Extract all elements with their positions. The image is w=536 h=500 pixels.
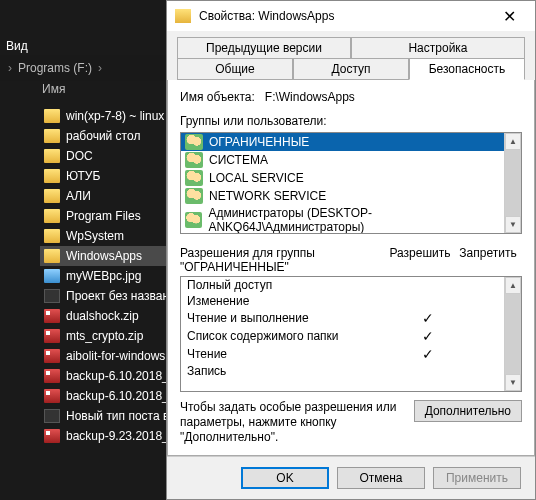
group-item[interactable]: NETWORK SERVICE bbox=[181, 187, 521, 205]
object-name-label: Имя объекта: bbox=[180, 90, 255, 104]
permission-name: Изменение bbox=[187, 294, 399, 308]
apply-button[interactable]: Применить bbox=[433, 467, 521, 489]
file-name: backup-9.23.2018_1 bbox=[66, 429, 175, 443]
breadcrumb-item[interactable]: Programs (F:) bbox=[18, 61, 92, 75]
file-name: win(xp-7-8) ~ linux bbox=[66, 109, 164, 123]
archive-icon bbox=[44, 309, 60, 323]
security-panel: Имя объекта: F:\WindowsApps Группы или п… bbox=[167, 80, 535, 456]
tab-customize[interactable]: Настройка bbox=[351, 37, 525, 58]
file-name: dualshock.zip bbox=[66, 309, 139, 323]
column-deny: Запретить bbox=[454, 246, 522, 274]
scroll-up-icon[interactable]: ▲ bbox=[505, 133, 521, 150]
tab-general[interactable]: Общие bbox=[177, 58, 293, 80]
permission-row[interactable]: Изменение bbox=[181, 293, 521, 309]
breadcrumb-sep: › bbox=[8, 61, 12, 75]
permissions-for-label: Разрешения для группы bbox=[180, 246, 386, 260]
tab-security[interactable]: Безопасность bbox=[409, 58, 525, 80]
tab-sharing[interactable]: Доступ bbox=[293, 58, 409, 80]
object-name-value: F:\WindowsApps bbox=[265, 90, 355, 104]
dialog-button-row: OK Отмена Применить bbox=[167, 456, 535, 499]
file-name: DOC bbox=[66, 149, 93, 163]
advanced-hint-text: Чтобы задать особые разрешения или парам… bbox=[180, 400, 404, 445]
scroll-thumb[interactable] bbox=[505, 150, 521, 216]
group-item[interactable]: Администраторы (DESKTOP-ANKQ64J\Админист… bbox=[181, 205, 521, 234]
users-icon bbox=[185, 212, 202, 228]
scroll-down-icon[interactable]: ▼ bbox=[505, 374, 521, 391]
image-icon bbox=[44, 269, 60, 283]
allow-check: ✓ bbox=[399, 310, 457, 326]
group-name: Администраторы (DESKTOP-ANKQ64J\Админист… bbox=[208, 206, 517, 234]
folder-icon bbox=[44, 189, 60, 203]
file-name: Новый тип поста в bbox=[66, 409, 169, 423]
file-name: aibolit-for-windows bbox=[66, 349, 165, 363]
scrollbar[interactable]: ▲ ▼ bbox=[504, 277, 521, 391]
file-icon bbox=[44, 409, 60, 423]
ok-button[interactable]: OK bbox=[241, 467, 329, 489]
folder-icon bbox=[44, 129, 60, 143]
archive-icon bbox=[44, 349, 60, 363]
file-name: рабочий стол bbox=[66, 129, 140, 143]
permission-name: Чтение и выполнение bbox=[187, 311, 399, 325]
permission-name: Полный доступ bbox=[187, 278, 399, 292]
permission-row[interactable]: Чтение и выполнение✓ bbox=[181, 309, 521, 327]
folder-icon bbox=[44, 229, 60, 243]
file-icon bbox=[44, 289, 60, 303]
column-allow: Разрешить bbox=[386, 246, 454, 274]
scroll-thumb[interactable] bbox=[505, 294, 521, 374]
window-title: Свойства: WindowsApps bbox=[199, 9, 483, 23]
folder-icon bbox=[44, 249, 60, 263]
permission-name: Запись bbox=[187, 364, 399, 378]
breadcrumb[interactable]: › Programs (F:) › bbox=[0, 55, 166, 81]
close-button[interactable]: ✕ bbox=[491, 1, 527, 31]
file-name: myWEBpc.jpg bbox=[66, 269, 141, 283]
permissions-for-subject: "ОГРАНИЧЕННЫЕ" bbox=[180, 260, 386, 274]
titlebar[interactable]: Свойства: WindowsApps ✕ bbox=[167, 1, 535, 31]
folder-icon bbox=[44, 209, 60, 223]
file-name: АЛИ bbox=[66, 189, 91, 203]
group-name: ОГРАНИЧЕННЫЕ bbox=[209, 135, 309, 149]
view-menu[interactable]: Вид bbox=[0, 35, 30, 57]
column-header-name[interactable]: Имя bbox=[42, 82, 65, 96]
scrollbar[interactable]: ▲ ▼ bbox=[504, 133, 521, 233]
archive-icon bbox=[44, 429, 60, 443]
permission-row[interactable]: Полный доступ bbox=[181, 277, 521, 293]
allow-check: ✓ bbox=[399, 346, 457, 362]
archive-icon bbox=[44, 369, 60, 383]
group-name: СИСТЕМА bbox=[209, 153, 268, 167]
allow-check: ✓ bbox=[399, 328, 457, 344]
users-icon bbox=[185, 188, 203, 204]
groups-label: Группы или пользователи: bbox=[180, 114, 522, 128]
file-name: WpSystem bbox=[66, 229, 124, 243]
group-item[interactable]: ОГРАНИЧЕННЫЕ bbox=[181, 133, 521, 151]
folder-icon bbox=[175, 9, 191, 23]
file-name: Проект без названия bbox=[66, 289, 182, 303]
cancel-button[interactable]: Отмена bbox=[337, 467, 425, 489]
folder-icon bbox=[44, 109, 60, 123]
advanced-button[interactable]: Дополнительно bbox=[414, 400, 522, 422]
file-name: backup-6.10.2018_1 bbox=[66, 369, 175, 383]
file-name: ЮТУБ bbox=[66, 169, 100, 183]
permission-name: Чтение bbox=[187, 347, 399, 361]
group-name: LOCAL SERVICE bbox=[209, 171, 304, 185]
file-name: Program Files bbox=[66, 209, 141, 223]
tab-strip: Предыдущие версии Настройка Общие Доступ… bbox=[167, 31, 535, 80]
groups-listbox[interactable]: ОГРАНИЧЕННЫЕСИСТЕМАLOCAL SERVICENETWORK … bbox=[180, 132, 522, 234]
group-item[interactable]: СИСТЕМА bbox=[181, 151, 521, 169]
users-icon bbox=[185, 152, 203, 168]
permission-row[interactable]: Список содержимого папки✓ bbox=[181, 327, 521, 345]
scroll-down-icon[interactable]: ▼ bbox=[505, 216, 521, 233]
permission-name: Список содержимого папки bbox=[187, 329, 399, 343]
group-name: NETWORK SERVICE bbox=[209, 189, 326, 203]
chevron-right-icon: › bbox=[98, 61, 102, 75]
group-item[interactable]: LOCAL SERVICE bbox=[181, 169, 521, 187]
tab-previous-versions[interactable]: Предыдущие версии bbox=[177, 37, 351, 58]
folder-icon bbox=[44, 149, 60, 163]
archive-icon bbox=[44, 329, 60, 343]
permissions-listbox[interactable]: Полный доступИзменениеЧтение и выполнени… bbox=[180, 276, 522, 392]
users-icon bbox=[185, 134, 203, 150]
permission-row[interactable]: Чтение✓ bbox=[181, 345, 521, 363]
scroll-up-icon[interactable]: ▲ bbox=[505, 277, 521, 294]
folder-icon bbox=[44, 169, 60, 183]
file-name: mts_crypto.zip bbox=[66, 329, 143, 343]
permission-row[interactable]: Запись bbox=[181, 363, 521, 379]
